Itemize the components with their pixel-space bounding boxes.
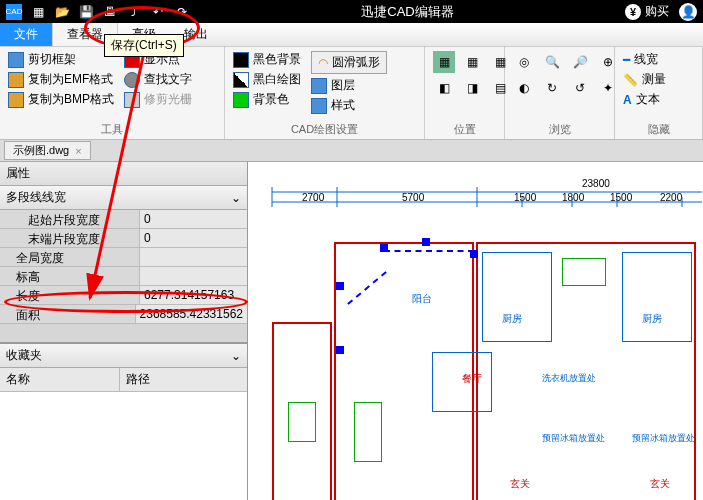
label-laundry: 洗衣机放置处 bbox=[542, 372, 596, 385]
group-position: 位置 bbox=[433, 120, 496, 137]
btn-clip-grating[interactable]: 修剪光栅 bbox=[124, 91, 192, 108]
pos-icon-1[interactable]: ▦ bbox=[433, 51, 455, 73]
chevron-down-icon: ⌄ bbox=[231, 349, 241, 363]
room-kitchen-1: 厨房 bbox=[502, 312, 522, 326]
room-entrance-1: 玄关 bbox=[510, 477, 530, 491]
linewidth-icon: ━ bbox=[623, 53, 630, 67]
save-tooltip: 保存(Ctrl+S) bbox=[104, 34, 184, 57]
prop-row[interactable]: 末端片段宽度0 bbox=[0, 229, 247, 248]
prop-name: 全局宽度 bbox=[0, 248, 140, 266]
open-icon[interactable]: 📂 bbox=[54, 4, 70, 20]
browse-icon-3[interactable]: 🔎 bbox=[569, 51, 591, 73]
drawing-canvas[interactable]: 2700 5700 23800 1500 1800 1500 2200 bbox=[248, 162, 703, 500]
browse-icon-2[interactable]: 🔍 bbox=[541, 51, 563, 73]
style-icon bbox=[311, 98, 327, 114]
tab-file[interactable]: 文件 bbox=[0, 23, 52, 46]
prop-value[interactable]: 0 bbox=[140, 229, 247, 247]
emf-icon bbox=[8, 72, 24, 88]
prop-value[interactable]: 0 bbox=[140, 210, 247, 228]
prop-row[interactable]: 起始片段宽度0 bbox=[0, 210, 247, 229]
browse-icon-7[interactable]: ↺ bbox=[569, 77, 591, 99]
room-balcony: 阳台 bbox=[412, 292, 432, 306]
properties-panel-title: 属性 bbox=[0, 162, 247, 186]
browse-icon-5[interactable]: ◐ bbox=[513, 77, 535, 99]
pos-icon-2[interactable]: ▦ bbox=[461, 51, 483, 73]
pos-icon-5[interactable]: ◨ bbox=[461, 77, 483, 99]
arc-icon: ◠ bbox=[318, 56, 328, 70]
btn-measure[interactable]: 📏测量 bbox=[623, 71, 694, 88]
new-icon[interactable]: ▦ bbox=[30, 4, 46, 20]
browse-icon-1[interactable]: ◎ bbox=[513, 51, 535, 73]
prop-row[interactable]: 全局宽度 bbox=[0, 248, 247, 267]
app-title: 迅捷CAD编辑器 bbox=[190, 3, 625, 21]
text-icon: A bbox=[623, 93, 632, 107]
group-tools: 工具 bbox=[8, 120, 216, 137]
close-icon[interactable]: × bbox=[75, 145, 81, 157]
btn-copy-bmp[interactable]: 复制为BMP格式 bbox=[8, 91, 114, 108]
room-entrance-2: 玄关 bbox=[650, 477, 670, 491]
prop-value[interactable] bbox=[140, 267, 247, 285]
bmp-icon bbox=[8, 92, 24, 108]
user-avatar-icon[interactable]: 👤 bbox=[679, 3, 697, 21]
doc-tab[interactable]: 示例图.dwg × bbox=[4, 141, 91, 160]
btn-line-width[interactable]: ━线宽 bbox=[623, 51, 694, 68]
yen-icon: ¥ bbox=[625, 4, 641, 20]
btn-layers[interactable]: 图层 bbox=[311, 77, 387, 94]
bgcolor-icon bbox=[233, 92, 249, 108]
btn-black-bg[interactable]: 黑色背景 bbox=[233, 51, 301, 68]
layers-icon bbox=[311, 78, 327, 94]
ruler-icon: 📏 bbox=[623, 73, 638, 87]
room-kitchen-2: 厨房 bbox=[642, 312, 662, 326]
bw-icon bbox=[233, 72, 249, 88]
btn-copy-emf[interactable]: 复制为EMF格式 bbox=[8, 71, 114, 88]
btn-bg-color[interactable]: 背景色 bbox=[233, 91, 301, 108]
properties-category[interactable]: 多段线线宽 ⌄ bbox=[0, 186, 247, 210]
chevron-down-icon: ⌄ bbox=[231, 191, 241, 205]
pos-icon-4[interactable]: ◧ bbox=[433, 77, 455, 99]
favorites-list bbox=[0, 392, 247, 500]
group-hidden: 隐藏 bbox=[623, 120, 694, 137]
btn-style[interactable]: 样式 bbox=[311, 97, 387, 114]
btn-text[interactable]: A文本 bbox=[623, 91, 694, 108]
prop-name: 标高 bbox=[0, 267, 140, 285]
fav-col-path: 路径 bbox=[120, 368, 156, 391]
label-fridge-2: 预留冰箱放置处 bbox=[632, 432, 695, 445]
buy-button[interactable]: ¥ 购买 bbox=[625, 3, 669, 20]
btn-smooth-arc[interactable]: ◠圆滑弧形 bbox=[311, 51, 387, 74]
prop-value[interactable] bbox=[140, 248, 247, 266]
grating-icon bbox=[124, 92, 140, 108]
group-browse: 浏览 bbox=[513, 120, 606, 137]
prop-row[interactable]: 标高 bbox=[0, 267, 247, 286]
btn-find-text[interactable]: 查找文字 bbox=[124, 71, 192, 88]
blackbg-icon bbox=[233, 52, 249, 68]
group-cad-settings: CAD绘图设置 bbox=[233, 120, 416, 137]
search-icon bbox=[124, 72, 140, 88]
btn-clip-frame[interactable]: 剪切框架 bbox=[8, 51, 114, 68]
label-fridge-1: 预留冰箱放置处 bbox=[542, 432, 605, 445]
btn-bw-drawing[interactable]: 黑白绘图 bbox=[233, 71, 301, 88]
browse-icon-6[interactable]: ↻ bbox=[541, 77, 563, 99]
prop-name: 末端片段宽度 bbox=[0, 229, 140, 247]
room-dining: 餐厅 bbox=[462, 372, 482, 386]
fav-col-name: 名称 bbox=[0, 368, 120, 391]
favorites-title[interactable]: 收藏夹 ⌄ bbox=[0, 344, 247, 368]
scissors-icon bbox=[8, 52, 24, 68]
app-icon: CAD bbox=[6, 4, 22, 20]
prop-name: 起始片段宽度 bbox=[0, 210, 140, 228]
